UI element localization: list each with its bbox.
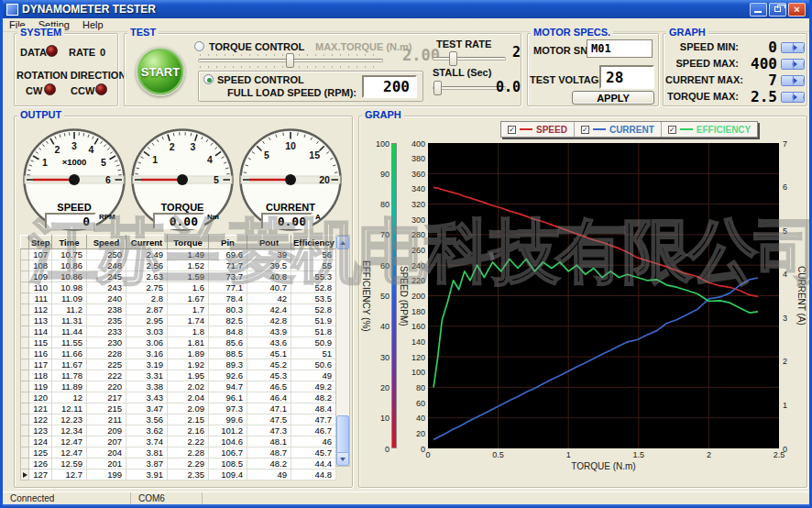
close-button[interactable]: × [788, 3, 806, 17]
current-max-label: CURRENT MAX: [665, 74, 739, 85]
table-row[interactable]: 11811.782223.311.9592.645.349 [21, 370, 336, 381]
table-cell: 240 [87, 293, 126, 304]
table-cell: 3.81 [126, 447, 168, 458]
scroll-down-button[interactable] [336, 452, 349, 466]
table-row[interactable]: 11511.552303.061.8185.643.650.9 [21, 337, 336, 348]
apply-button[interactable]: APPLY [572, 91, 654, 105]
tick-label: 5 [783, 226, 787, 236]
table-row[interactable]: 12112.112153.472.0997.347.148.4 [21, 403, 336, 414]
current-max-spinner-down[interactable] [782, 76, 794, 85]
speed-axis-ticks: 4003803603403203002802602402202001801601… [408, 143, 425, 448]
current-max-spinner[interactable] [781, 75, 805, 86]
tick-label: 200 [411, 292, 425, 301]
speed-gauge: 123456×1000SPEED0RPM [21, 127, 127, 233]
table-row[interactable]: 12712.71993.912.35109.44944.8 [21, 469, 336, 480]
test-rate-slider[interactable] [433, 51, 506, 66]
test-rate-slider-thumb[interactable] [449, 51, 457, 66]
table-cell: 111 [29, 293, 52, 304]
table-row[interactable]: 120122173.432.0496.146.448.2 [21, 392, 336, 403]
table-cell: 2.35 [168, 469, 209, 480]
table-row[interactable]: 12612.592013.872.29108.548.244.4 [21, 458, 336, 469]
table-row[interactable]: 12212.232113.562.1599.647.547.7 [21, 414, 336, 425]
table-cell: 44.4 [291, 458, 336, 469]
tick-label: 340 [411, 184, 425, 193]
table-row[interactable]: 10810.862482.561.5271.739.555 [21, 260, 336, 271]
table-row[interactable]: 11411.442333.031.884.843.951.8 [21, 326, 336, 337]
torque-max-spinner[interactable] [781, 92, 805, 103]
tick-label: 360 [411, 170, 425, 179]
table-cell: 209 [87, 425, 126, 436]
speed-control-radio[interactable] [203, 74, 214, 84]
table-cell: 51.8 [291, 326, 336, 337]
start-button[interactable]: START [136, 47, 185, 96]
speed-min-spinner-up[interactable] [794, 43, 805, 52]
tick-label: 100 [411, 368, 425, 377]
ccw-led [95, 83, 107, 95]
tick-label: 20 [380, 383, 390, 392]
table-row[interactable]: 12312.342093.622.16101.247.346.7 [21, 425, 336, 436]
speed-min-spinner[interactable] [781, 42, 805, 53]
table-cell: 121 [29, 403, 52, 414]
table-row[interactable]: 11311.312352.951.7482.542.851.9 [21, 315, 336, 326]
row-selector-cell [21, 381, 29, 392]
table-cell: 2.63 [126, 271, 168, 282]
legend-checkbox-efficiency[interactable]: ✓ [668, 126, 676, 134]
tick-label: 4 [783, 270, 787, 279]
scroll-up-button[interactable] [336, 236, 349, 249]
menu-help[interactable]: Help [76, 19, 110, 30]
max-torque-slider-thumb[interactable] [286, 53, 294, 68]
torque-control-label: TORQUE CONTROL [209, 41, 304, 52]
torque-gauge: 12345TORQUE0.00Nm [129, 127, 236, 233]
table-cell: 106.7 [209, 447, 247, 458]
table-cell: 104.6 [209, 436, 247, 447]
max-torque-slider[interactable] [198, 53, 383, 68]
table-row[interactable]: 11211.22382.871.780.342.452.8 [21, 304, 336, 315]
tick-label: 240 [411, 261, 425, 271]
arrow-left-icon [782, 94, 793, 100]
current-gauge-display: 0.00 [261, 213, 313, 229]
speed-max-spinner[interactable] [781, 59, 805, 70]
table-scrollbar[interactable] [335, 235, 350, 467]
table-cell: 50.9 [291, 337, 336, 348]
table-row[interactable]: 12412.472073.742.22104.648.146 [21, 436, 336, 447]
row-selector-cell [21, 403, 29, 414]
table-cell: 45.3 [247, 370, 291, 381]
tick-label: 400 [411, 139, 425, 149]
scrollbar-thumb[interactable] [336, 415, 349, 454]
table-row[interactable]: 11911.892203.382.0294.746.549.2 [21, 381, 336, 392]
torque-control-radio[interactable] [194, 41, 204, 51]
torque-max-spinner-down[interactable] [782, 93, 794, 102]
svg-text:15: 15 [309, 149, 320, 160]
restore-button[interactable] [769, 3, 786, 17]
table-row[interactable]: 10910.862452.631.5973.740.855.3 [21, 271, 336, 282]
table-cell: 12.47 [52, 447, 87, 458]
arrow-right-icon [794, 61, 805, 67]
table-cell: 2.28 [168, 447, 209, 458]
torque-max-spinner-up[interactable] [794, 93, 805, 102]
table-row[interactable]: 12512.472043.812.28106.748.745.7 [21, 447, 336, 458]
title-bar[interactable]: DYNAMOMETER TESTER × [3, 0, 809, 18]
scroll-up-icon [340, 241, 346, 245]
legend-checkbox-current[interactable]: ✓ [581, 126, 589, 134]
speed-min-spinner-down[interactable] [782, 43, 794, 52]
table-cell: 3.16 [126, 348, 168, 359]
svg-text:5: 5 [101, 157, 106, 168]
stall-slider-thumb[interactable] [433, 81, 442, 95]
speed-max-spinner-down[interactable] [782, 60, 794, 69]
speed-max-spinner-up[interactable] [794, 60, 805, 69]
table-row[interactable]: 10710.752502.491.4969.63956 [21, 249, 336, 260]
tick-label: 80 [416, 383, 425, 392]
table-cell: 49 [291, 370, 336, 381]
current-max-spinner-up[interactable] [794, 76, 805, 85]
table-row[interactable]: 11010.982432.751.677.140.752.8 [21, 282, 336, 293]
table-row[interactable]: 11111.092402.81.6778.44253.5 [21, 293, 336, 304]
table-cell: 73.7 [209, 271, 247, 282]
legend-checkbox-speed[interactable]: ✓ [508, 126, 516, 134]
table-cell: 3.19 [126, 359, 168, 370]
table-row[interactable]: 11711.672253.191.9289.345.250.6 [21, 359, 336, 370]
motor-sn-input[interactable] [587, 39, 653, 58]
minimize-button[interactable] [750, 3, 767, 17]
row-selector-cell [21, 271, 29, 282]
table-row[interactable]: 11611.662283.161.8988.545.151 [21, 348, 336, 359]
table-cell: 11.44 [52, 326, 87, 337]
